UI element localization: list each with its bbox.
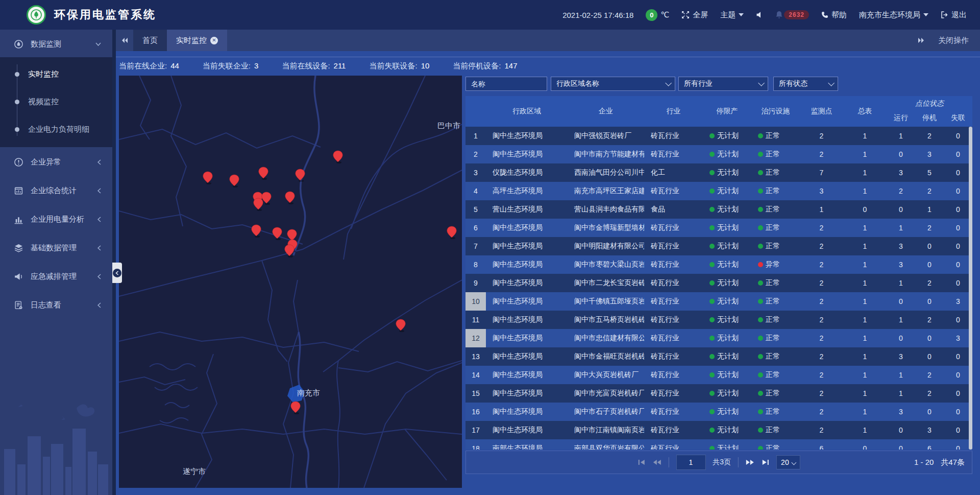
cell-limit-status: 无计划 <box>703 407 751 416</box>
status-text: 无计划 <box>717 150 739 159</box>
table-row[interactable]: 7阆中生态环境局阆中明阳建材有限公司砖瓦行业无计划正常21300 <box>465 237 972 255</box>
cell-facility-status: 正常 <box>751 186 800 196</box>
tab-close-icon[interactable]: ✕ <box>210 37 218 44</box>
table-row[interactable]: 15阆中生态环境局阆中市光富页岩机砖厂砖瓦行业无计划正常21120 <box>465 384 972 403</box>
fullscreen-icon <box>681 11 690 19</box>
industry-filter-select[interactable]: 所有行业 <box>678 77 768 91</box>
sidebar-item-video-monitoring[interactable]: 视频监控 <box>0 88 112 115</box>
previous-page-button[interactable] <box>652 459 661 465</box>
column-header[interactable]: 行业 <box>644 96 703 127</box>
column-subheader[interactable]: 失联 <box>944 109 972 127</box>
sidebar-item-log-view[interactable]: 日志查看 <box>0 291 112 319</box>
status-text: 正常 <box>766 370 780 380</box>
sidebar-item-power-load-detail[interactable]: 企业电力负荷明细 <box>0 115 112 143</box>
sidebar-item-base-data-management[interactable]: 基础数据管理 <box>0 233 112 262</box>
map-pin-icon[interactable] <box>262 192 271 205</box>
column-header[interactable]: 停限产 <box>703 96 751 127</box>
cell-total-meters: 1 <box>843 352 887 361</box>
table-row[interactable]: 4高坪生态环境局南充市高坪区王家店建砖瓦行业无计划正常31220 <box>465 182 972 200</box>
table-row[interactable]: 5营山生态环境局营山县润丰肉食品有限食品无计划正常10010 <box>465 200 972 219</box>
sidebar-item-power-usage-analysis[interactable]: 企业用电量分析 <box>0 205 112 233</box>
last-page-button[interactable] <box>762 459 769 465</box>
map-pin-icon[interactable] <box>333 151 342 163</box>
status-filter-select[interactable]: 所有状态 <box>773 77 838 91</box>
column-header[interactable]: 行政区域 <box>486 96 568 127</box>
column-header[interactable]: 企业 <box>568 96 644 127</box>
map-pin-icon[interactable] <box>259 167 268 180</box>
map-pin-icon[interactable] <box>254 198 263 211</box>
first-page-button[interactable] <box>638 459 645 465</box>
table-row[interactable]: 18南部生态环境局南部县双华页岩有限公砖瓦行业无计划正常60060 <box>465 439 972 450</box>
cell-company: 阆中市江南镇阆南页岩 <box>568 426 644 435</box>
map-pin-icon[interactable] <box>285 192 295 204</box>
map-pin-icon[interactable] <box>396 319 405 332</box>
map-panel[interactable]: 巴中市南充市遂宁市 <box>119 76 462 488</box>
sidebar-item-enterprise-abnormal[interactable]: 企业异常 <box>0 148 112 176</box>
column-subheader[interactable]: 运行 <box>887 109 915 127</box>
page-number-input[interactable] <box>676 455 705 470</box>
map-pin-icon[interactable] <box>447 226 456 239</box>
stat-item: 当前在线企业:44 <box>119 61 179 71</box>
table-row[interactable]: 1阆中生态环境局阆中强锐页岩砖厂砖瓦行业无计划正常21120 <box>465 127 972 145</box>
table-row[interactable]: 8阆中生态环境局阆中市枣碧大梁山页岩砖瓦行业无计划异常21300 <box>465 255 972 274</box>
status-text: 正常 <box>766 444 780 450</box>
column-header[interactable]: 监测点 <box>800 96 843 127</box>
table-row[interactable]: 14阆中生态环境局阆中大兴页岩机砖厂砖瓦行业无计划正常21120 <box>465 366 972 384</box>
table-row[interactable]: 3仪陇生态环境局西南油气田分公司川中化工无计划正常71350 <box>465 163 972 182</box>
map-pin-icon[interactable] <box>230 175 239 187</box>
status-dot <box>758 446 763 450</box>
cell-company: 营山县润丰肉食品有限 <box>568 205 644 214</box>
region-filter-select[interactable]: 行政区域名称 <box>551 77 675 91</box>
cell-industry: 砖瓦行业 <box>644 150 703 159</box>
notifications-button[interactable]: 2632 <box>775 10 809 19</box>
table-row[interactable]: 16阆中生态环境局阆中市石子页岩机砖厂砖瓦行业无计划正常21300 <box>465 403 972 421</box>
mute-button[interactable] <box>756 11 763 18</box>
sidebar-item-realtime-monitoring[interactable]: 实时监控 <box>0 60 112 88</box>
table-scrollbar[interactable] <box>969 127 972 450</box>
cell-stopped: 3 <box>915 426 944 434</box>
tab-home[interactable]: 首页 <box>133 30 167 51</box>
tab-realtime-monitoring[interactable]: 实时监控✕ <box>167 30 227 51</box>
table-row[interactable]: 12阆中生态环境局阆中市忠信建材有限公砖瓦行业无计划正常21003 <box>465 329 972 347</box>
name-filter-input[interactable] <box>465 77 547 91</box>
cell-total-meters: 1 <box>843 132 887 140</box>
sidebar-item-emergency-reduction[interactable]: 应急减排管理 <box>0 262 112 291</box>
cell-disconnected: 0 <box>944 242 972 250</box>
cell-stopped: 3 <box>915 150 944 158</box>
map-pin-icon[interactable] <box>291 402 300 414</box>
sidebar-item-enterprise-statistics[interactable]: 企业综合统计 <box>0 176 112 205</box>
next-page-button[interactable] <box>746 459 754 465</box>
table-row[interactable]: 17阆中生态环境局阆中市江南镇阆南页岩砖瓦行业无计划正常21030 <box>465 421 972 439</box>
table-row[interactable]: 13阆中生态环境局阆中市金福旺页岩机砖砖瓦行业无计划正常21300 <box>465 347 972 366</box>
table-row[interactable]: 11阆中生态环境局阆中市五马桥页岩机砖砖瓦行业无计划正常21120 <box>465 311 972 329</box>
bullet-icon <box>15 72 19 77</box>
map-pin-icon[interactable] <box>252 225 261 238</box>
sidebar-collapse-handle[interactable] <box>112 263 122 283</box>
bell-icon <box>775 11 783 19</box>
tabs-scroll-left-button[interactable] <box>116 30 133 51</box>
data-monitoring-icon <box>13 39 23 49</box>
table-row[interactable]: 9阆中生态环境局阆中市二龙长宝页岩砖砖瓦行业无计划正常21120 <box>465 274 972 292</box>
org-dropdown[interactable]: 南充市生态环境局 <box>859 10 928 20</box>
fullscreen-button[interactable]: 全屏 <box>681 10 708 20</box>
map-pin-icon[interactable] <box>203 172 212 184</box>
status-dot <box>758 133 763 138</box>
theme-dropdown[interactable]: 主题 <box>720 10 744 20</box>
map-pin-icon[interactable] <box>273 227 282 240</box>
sidebar-item-data-monitoring[interactable]: 数据监测 <box>0 30 112 58</box>
help-button[interactable]: 帮助 <box>821 10 847 20</box>
tabs-scroll-right-button[interactable] <box>918 37 925 43</box>
page-size-select[interactable]: 20 <box>776 455 800 469</box>
sidebar-item-label: 视频监控 <box>28 97 59 107</box>
logout-button[interactable]: 退出 <box>941 10 967 20</box>
map-pin-icon[interactable] <box>285 245 294 257</box>
column-subheader[interactable]: 停机 <box>915 109 944 127</box>
column-header[interactable]: 总表 <box>843 96 887 127</box>
map-pin-icon[interactable] <box>296 169 305 182</box>
table-row[interactable]: 10阆中生态环境局阆中千佛镇五郎垭页岩砖瓦行业无计划正常21003 <box>465 292 972 311</box>
close-operations-button[interactable]: 关闭操作 <box>938 36 969 45</box>
app-root: 环保用电监管系统 2021-02-25 17:46:18 0 ℃ 全屏 主题 <box>0 0 980 495</box>
table-row[interactable]: 2阆中生态环境局阆中市南方节能建材有砖瓦行业无计划正常21030 <box>465 145 972 163</box>
column-header[interactable]: 治污设施 <box>751 96 800 127</box>
table-row[interactable]: 6阆中生态环境局阆中市金博瑞新型墙材砖瓦行业无计划正常21120 <box>465 219 972 237</box>
